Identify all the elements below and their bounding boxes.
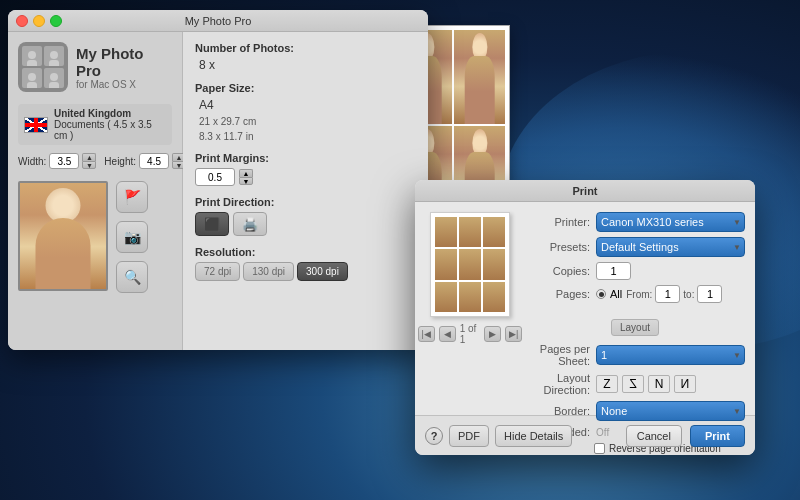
- from-input[interactable]: [655, 285, 680, 303]
- flag-icon-btn[interactable]: 🚩: [116, 181, 148, 213]
- print-settings: Printer: Canon MX310 series Presets: Def…: [525, 212, 745, 405]
- pdf-button[interactable]: PDF: [449, 425, 489, 447]
- app-window: My Photo Pro My Photo Pro for Mac OS X: [8, 10, 428, 350]
- direction-portrait[interactable]: ⬛: [195, 212, 229, 236]
- mini-photo-6: [483, 249, 505, 279]
- layout-label: Layout: [611, 319, 659, 336]
- res-130-btn[interactable]: 130 dpi: [243, 262, 294, 281]
- pps-select-wrapper: 1: [596, 345, 745, 365]
- to-label: to:: [683, 289, 694, 300]
- paper-size-label: Paper Size:: [195, 82, 416, 94]
- window-title: My Photo Pro: [185, 15, 252, 27]
- margin-down[interactable]: ▼: [239, 177, 253, 185]
- hide-details-button[interactable]: Hide Details: [495, 425, 572, 447]
- maximize-button[interactable]: [50, 15, 62, 27]
- direction-row: Print Direction: ⬛ 🖨️: [195, 196, 416, 236]
- print-title-bar: Print: [415, 180, 755, 202]
- width-down[interactable]: ▼: [82, 161, 96, 169]
- dir-icon-4[interactable]: N: [674, 375, 696, 393]
- country-row[interactable]: United Kingdom Documents ( 4.5 x 3.5 cm …: [18, 104, 172, 145]
- print-dialog-title: Print: [572, 185, 597, 197]
- paper-size-cm: 21 x 29.7 cm: [199, 116, 416, 127]
- copies-label: Copies:: [525, 265, 590, 277]
- margin-stepper[interactable]: ▲ ▼: [239, 169, 253, 185]
- width-input[interactable]: [49, 153, 79, 169]
- resolution-label: Resolution:: [195, 246, 416, 258]
- border-row: Border: None: [525, 401, 745, 421]
- margin-up[interactable]: ▲: [239, 169, 253, 177]
- photo-area: 🚩 📷 🔍: [18, 181, 172, 293]
- minimize-button[interactable]: [33, 15, 45, 27]
- width-label: Width:: [18, 156, 46, 167]
- cancel-button[interactable]: Cancel: [626, 425, 682, 447]
- res-300-btn[interactable]: 300 dpi: [297, 262, 348, 281]
- face-4: [44, 68, 64, 88]
- presets-select[interactable]: Default Settings: [596, 237, 745, 257]
- print-button[interactable]: Print: [690, 425, 745, 447]
- close-button[interactable]: [16, 15, 28, 27]
- right-panel: Number of Photos: 8 x Paper Size: A4 21 …: [183, 32, 428, 350]
- mini-photo-3: [483, 217, 505, 247]
- camera-icon-btn[interactable]: 📷: [116, 221, 148, 253]
- border-label: Border:: [525, 405, 590, 417]
- app-title: My Photo Pro: [76, 45, 172, 79]
- mini-photo-2: [459, 217, 481, 247]
- dir-icon-2[interactable]: Z: [622, 375, 644, 393]
- height-input[interactable]: [139, 153, 169, 169]
- face-2: [44, 46, 64, 66]
- help-button[interactable]: ?: [425, 427, 443, 445]
- reverse-checkbox[interactable]: [594, 443, 605, 454]
- pps-select[interactable]: 1: [596, 345, 745, 365]
- to-input[interactable]: [697, 285, 722, 303]
- presets-select-wrapper: Default Settings: [596, 237, 745, 257]
- nav-next-last[interactable]: ▶|: [505, 326, 522, 342]
- nav-next[interactable]: ▶: [484, 326, 501, 342]
- margins-row: Print Margins: ▲ ▼: [195, 152, 416, 186]
- from-label: From:: [626, 289, 652, 300]
- pages-options: All From: to:: [596, 285, 722, 303]
- border-select[interactable]: None: [596, 401, 745, 421]
- footer-right: Cancel Print: [626, 425, 745, 447]
- paper-size-in: 8.3 x 11.7 in: [199, 131, 416, 142]
- direction-label: Print Direction:: [195, 196, 416, 208]
- print-preview-page: [430, 212, 510, 317]
- from-to-row: From: to:: [626, 285, 722, 303]
- margins-label: Print Margins:: [195, 152, 416, 164]
- copies-input[interactable]: [596, 262, 631, 280]
- app-subtitle: for Mac OS X: [76, 79, 172, 90]
- mini-photo-8: [459, 282, 481, 312]
- nav-prev[interactable]: ◀: [439, 326, 456, 342]
- resolution-buttons: 72 dpi 130 dpi 300 dpi: [195, 262, 416, 281]
- search-icon-btn[interactable]: 🔍: [116, 261, 148, 293]
- margin-input[interactable]: [195, 168, 235, 186]
- page-indicator: 1 of 1: [460, 323, 481, 345]
- dir-icon-1[interactable]: Z: [596, 375, 618, 393]
- footer-left: ? PDF Hide Details: [425, 425, 572, 447]
- dir-icon-3[interactable]: N: [648, 375, 670, 393]
- pages-all-radio[interactable]: [596, 289, 606, 299]
- printer-row: Printer: Canon MX310 series: [525, 212, 745, 232]
- height-item: Height: ▲ ▼: [104, 153, 186, 169]
- nav-prev-first[interactable]: |◀: [418, 326, 435, 342]
- mini-photo-4: [435, 249, 457, 279]
- paper-size-value: A4: [199, 98, 416, 112]
- country-info: United Kingdom Documents ( 4.5 x 3.5 cm …: [54, 108, 166, 141]
- num-photos-row: Number of Photos: 8 x: [195, 42, 416, 72]
- pages-all-label: All: [610, 288, 622, 300]
- mini-photo-1: [435, 217, 457, 247]
- height-label: Height:: [104, 156, 136, 167]
- app-icon: [18, 42, 68, 92]
- presets-label: Presets:: [525, 241, 590, 253]
- side-icons: 🚩 📷 🔍: [116, 181, 148, 293]
- printer-select[interactable]: Canon MX310 series: [596, 212, 745, 232]
- res-72-btn[interactable]: 72 dpi: [195, 262, 240, 281]
- face-3: [22, 68, 42, 88]
- pps-row: Pages per Sheet: 1: [525, 343, 745, 367]
- dims-row: Width: ▲ ▼ Height: ▲ ▼: [18, 153, 172, 169]
- face-1: [22, 46, 42, 66]
- width-up[interactable]: ▲: [82, 153, 96, 161]
- direction-landscape[interactable]: 🖨️: [233, 212, 267, 236]
- pages-label: Pages:: [525, 288, 590, 300]
- width-stepper[interactable]: ▲ ▼: [82, 153, 96, 169]
- width-item: Width: ▲ ▼: [18, 153, 96, 169]
